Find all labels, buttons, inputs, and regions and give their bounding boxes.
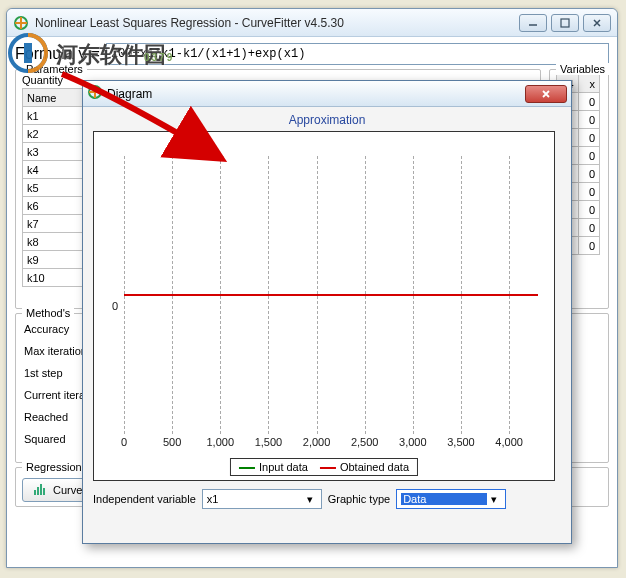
graphic-type-dropdown[interactable]: Data ▾ xyxy=(396,489,506,509)
formula-label: Formula y = xyxy=(15,45,100,63)
x-tick: 0 xyxy=(121,436,127,448)
svg-rect-1 xyxy=(561,19,569,27)
diagram-icon xyxy=(87,84,103,104)
parameters-label: Parameters xyxy=(22,63,87,75)
legend-obtained: Obtained data xyxy=(340,461,409,473)
watermark-url: 0379 xyxy=(144,52,174,63)
formula-input[interactable] xyxy=(106,43,609,65)
main-titlebar: Nonlinear Least Squares Regression - Cur… xyxy=(7,9,617,37)
quantity-label: Quantity xyxy=(22,74,63,86)
variables-label: Variables xyxy=(556,63,609,75)
chart-title: Approximation xyxy=(93,113,561,127)
window-controls xyxy=(519,14,611,32)
x-header: x xyxy=(578,75,600,93)
svg-rect-2 xyxy=(34,490,36,495)
table-row[interactable]: 0 xyxy=(578,147,600,165)
table-row[interactable]: 0 xyxy=(578,165,600,183)
close-button[interactable] xyxy=(583,14,611,32)
window-title: Nonlinear Least Squares Regression - Cur… xyxy=(35,16,519,30)
app-icon xyxy=(13,15,29,31)
table-row[interactable]: 0 xyxy=(578,183,600,201)
x-tick: 1,500 xyxy=(255,436,283,448)
x-tick: 500 xyxy=(163,436,181,448)
diagram-titlebar: Diagram xyxy=(83,81,571,107)
table-row[interactable]: 0 xyxy=(578,237,600,255)
indep-var-dropdown[interactable]: x1 ▾ xyxy=(202,489,322,509)
legend-input: Input data xyxy=(259,461,308,473)
methods-label: Method's xyxy=(22,307,74,319)
chart-icon xyxy=(33,482,47,498)
indep-var-value: x1 xyxy=(207,493,303,505)
chevron-down-icon: ▾ xyxy=(303,493,317,506)
maximize-button[interactable] xyxy=(551,14,579,32)
chart-legend: Input data Obtained data xyxy=(230,458,418,476)
indep-var-label: Independent variable xyxy=(93,493,196,505)
diagram-close-button[interactable] xyxy=(525,85,567,103)
table-row[interactable]: 0 xyxy=(578,93,600,111)
svg-rect-3 xyxy=(37,487,39,495)
chevron-down-icon: ▾ xyxy=(487,493,501,506)
x-tick: 1,000 xyxy=(207,436,235,448)
x-tick: 3,000 xyxy=(399,436,427,448)
x-tick: 4,000 xyxy=(495,436,523,448)
obtained-data-line xyxy=(124,294,538,296)
table-row[interactable]: 0 xyxy=(578,111,600,129)
x-tick: 2,500 xyxy=(351,436,379,448)
graphic-type-label: Graphic type xyxy=(328,493,390,505)
x-tick: 3,500 xyxy=(447,436,475,448)
minimize-button[interactable] xyxy=(519,14,547,32)
graphic-type-value: Data xyxy=(401,493,487,505)
chart-area: 0 05001,0001,5002,0002,5003,0003,5004,00… xyxy=(93,131,555,481)
diagram-window: Diagram Approximation 0 05001,0001,5002,… xyxy=(82,80,572,544)
svg-rect-4 xyxy=(40,484,42,495)
table-row[interactable]: 0 xyxy=(578,129,600,147)
x-tick: 2,000 xyxy=(303,436,331,448)
y-tick-0: 0 xyxy=(112,300,118,312)
table-row[interactable]: 0 xyxy=(578,201,600,219)
table-row[interactable]: 0 xyxy=(578,219,600,237)
svg-rect-5 xyxy=(43,488,45,495)
diagram-title: Diagram xyxy=(107,87,525,101)
